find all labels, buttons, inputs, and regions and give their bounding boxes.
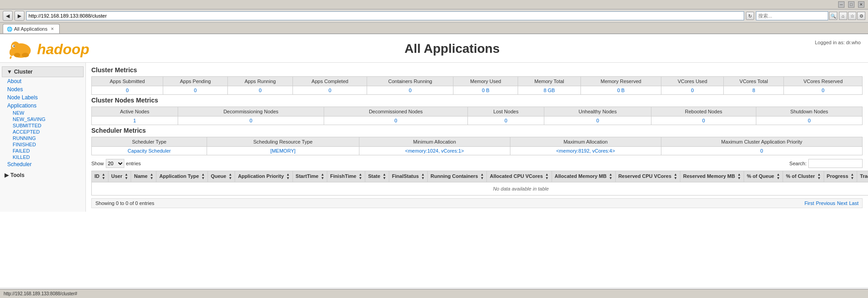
val-memory-reserved: 0 B (580, 86, 661, 95)
pagination-last[interactable]: Last (849, 200, 859, 206)
hadoop-logo: hadoop (7, 38, 90, 61)
th-user[interactable]: User ▲▼ (108, 171, 131, 182)
val-decommissioned-nodes[interactable]: 0 (324, 116, 468, 125)
sidebar-cluster-label: Cluster (14, 69, 33, 75)
app-priority-sort-arrows: ▲▼ (286, 173, 290, 180)
page-header: hadoop All Applications Logged in as: dr… (0, 34, 868, 63)
table-controls: Show 20 50 100 entries Search: (91, 159, 863, 168)
val-rebooted-nodes[interactable]: 0 (651, 116, 756, 125)
close-button[interactable]: ✕ (858, 1, 864, 8)
col-containers-running: Containers Running (367, 77, 453, 86)
sidebar-item-new-saving[interactable]: NEW_SAVING (4, 116, 85, 122)
tools-arrow-icon: ▶ (5, 172, 9, 178)
th-application-type[interactable]: Application Type ▲▼ (156, 171, 208, 182)
cluster-arrow-icon: ▼ (7, 69, 12, 75)
restore-button[interactable]: □ (848, 1, 854, 8)
val-apps-submitted: 0 (92, 86, 163, 95)
tab-close-button[interactable]: ✕ (49, 26, 56, 32)
val-unhealthy-nodes[interactable]: 0 (544, 116, 651, 125)
show-entries-select[interactable]: 20 50 100 (106, 159, 124, 168)
th-tracking-ui[interactable]: Tracking UI ▲▼ (857, 171, 868, 182)
no-data-cell: No data available in table (92, 182, 868, 196)
val-max-cluster-priority: 0 (661, 147, 862, 155)
home-icon[interactable]: ⌂ (839, 12, 847, 20)
sidebar-item-applications[interactable]: Applications (0, 102, 85, 110)
showing-entries-text: Showing 0 to 0 of 0 entries (95, 200, 154, 206)
browser-chrome: ─ □ ✕ ◀ ▶ ↻ 🔍 ⌂ ☆ ⚙ 🌐 All Applications ✕ (0, 0, 868, 34)
svg-point-5 (22, 53, 29, 57)
sidebar-cluster-title[interactable]: ▼ Cluster (2, 66, 84, 77)
val-containers-running: 0 (367, 86, 453, 95)
refresh-button[interactable]: ↻ (746, 12, 754, 20)
address-bar[interactable] (26, 11, 744, 20)
star-icon[interactable]: ☆ (848, 12, 856, 20)
th-state[interactable]: State ▲▼ (365, 171, 389, 182)
sidebar-item-running[interactable]: RUNNING (4, 135, 85, 141)
val-decommissioning-nodes[interactable]: 0 (178, 116, 324, 125)
pagination-first[interactable]: First (804, 200, 814, 206)
th-id[interactable]: ID ▲▼ (92, 171, 108, 182)
table-search-input[interactable] (808, 159, 863, 168)
minimize-button[interactable]: ─ (838, 1, 844, 8)
forward-button[interactable]: ▶ (14, 11, 24, 21)
sidebar-tools[interactable]: ▶ Tools (0, 170, 85, 180)
sidebar-item-finished[interactable]: FINISHED (4, 141, 85, 148)
sidebar-item-killed[interactable]: KILLED (4, 154, 85, 160)
sidebar-item-about[interactable]: About (0, 77, 85, 85)
sidebar: ▼ Cluster About Nodes Node Labels Applic… (0, 63, 86, 212)
th-running-containers[interactable]: Running Containers ▲▼ (428, 171, 487, 182)
svg-point-6 (14, 53, 20, 57)
th-pct-queue[interactable]: % of Queue ▲▼ (744, 171, 783, 182)
col-apps-submitted: Apps Submitted (92, 77, 163, 86)
sidebar-item-node-labels[interactable]: Node Labels (0, 93, 85, 102)
val-memory-total: 8 GB (518, 86, 580, 95)
th-starttime[interactable]: StartTime ▲▼ (292, 171, 327, 182)
main-layout: ▼ Cluster About Nodes Node Labels Applic… (0, 63, 868, 212)
pagination-next[interactable]: Next (837, 200, 848, 206)
th-reserved-cpu[interactable]: Reserved CPU VCores ▲▼ (615, 171, 680, 182)
val-memory-used: 0 B (453, 86, 518, 95)
sidebar-item-submitted[interactable]: SUBMITTED (4, 122, 85, 129)
th-name[interactable]: Name ▲▼ (131, 171, 156, 182)
sidebar-item-new[interactable]: NEW (4, 110, 85, 116)
browser-search-button[interactable]: 🔍 (829, 12, 837, 20)
sidebar-item-accepted[interactable]: ACCEPTED (4, 129, 85, 135)
th-finalstatus[interactable]: FinalStatus ▲▼ (389, 171, 428, 182)
th-pct-cluster[interactable]: % of Cluster ▲▼ (783, 171, 824, 182)
queue-sort-arrows: ▲▼ (228, 173, 232, 180)
th-progress[interactable]: Progress ▲▼ (824, 171, 857, 182)
sidebar-item-scheduler[interactable]: Scheduler (0, 160, 85, 168)
settings-icon[interactable]: ⚙ (857, 12, 865, 20)
val-lost-nodes[interactable]: 0 (467, 116, 544, 125)
th-finishtime[interactable]: FinishTime ▲▼ (327, 171, 365, 182)
reserved-memory-sort-arrows: ▲▼ (737, 173, 741, 180)
th-allocated-cpu[interactable]: Allocated CPU VCores ▲▼ (487, 171, 552, 182)
reserved-cpu-sort-arrows: ▲▼ (674, 173, 677, 180)
user-sort-arrows: ▲▼ (125, 173, 128, 180)
th-allocated-memory[interactable]: Allocated Memory MB ▲▼ (552, 171, 615, 182)
search-container: 🔍 (756, 11, 837, 20)
nav-bar: ◀ ▶ ↻ 🔍 ⌂ ☆ ⚙ (0, 9, 868, 23)
val-active-nodes[interactable]: 1 (92, 116, 178, 125)
sidebar-item-failed[interactable]: FAILED (4, 148, 85, 154)
pagination-previous[interactable]: Previous (816, 200, 835, 206)
th-reserved-memory[interactable]: Reserved Memory MB ▲▼ (680, 171, 744, 182)
col-active-nodes: Active Nodes (92, 107, 178, 116)
toolbar-icons: ⌂ ☆ ⚙ (839, 12, 865, 20)
val-scheduling-resource-type: [MEMORY] (207, 147, 359, 155)
th-queue[interactable]: Queue ▲▼ (208, 171, 235, 182)
back-button[interactable]: ◀ (3, 11, 13, 21)
col-shutdown-nodes: Shutdown Nodes (756, 107, 862, 116)
col-decommissioning-nodes: Decommissioning Nodes (178, 107, 324, 116)
sidebar-item-nodes[interactable]: Nodes (0, 85, 85, 93)
browser-tab[interactable]: 🌐 All Applications ✕ (3, 24, 60, 33)
col-maximum-allocation: Maximum Allocation (510, 137, 661, 147)
th-application-priority[interactable]: Application Priority ▲▼ (235, 171, 292, 182)
col-memory-reserved: Memory Reserved (580, 77, 661, 86)
browser-search-input[interactable] (756, 11, 828, 20)
sidebar-cluster-section: ▼ Cluster About Nodes Node Labels Applic… (0, 66, 85, 168)
val-shutdown-nodes[interactable]: 0 (756, 116, 862, 125)
name-sort-arrows: ▲▼ (150, 173, 153, 180)
val-vcores-used: 0 (661, 86, 724, 95)
col-lost-nodes: Lost Nodes (467, 107, 544, 116)
